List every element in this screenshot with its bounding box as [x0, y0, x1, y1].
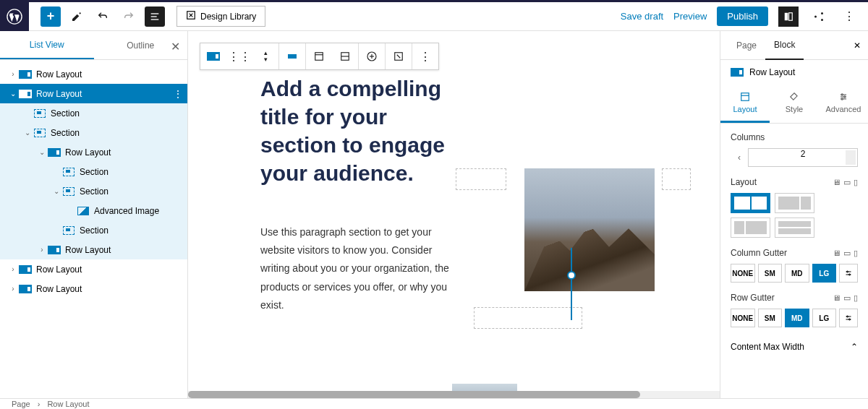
chevron-icon[interactable]: ›	[36, 246, 48, 254]
placeholder-box[interactable]	[456, 168, 506, 190]
tree-item-section[interactable]: ⌄Section	[0, 123, 187, 142]
view-toggle-icon[interactable]	[778, 7, 799, 27]
layout-label: Layout	[731, 177, 757, 187]
row-layout-icon	[731, 68, 744, 77]
editor-canvas[interactable]: ⋮⋮ ▴▾ ⋮ Add a compelling title for your …	[188, 31, 720, 398]
list-view-toggle-icon[interactable]	[145, 7, 165, 27]
gutter-option-lg[interactable]: LG	[812, 309, 837, 327]
align-full-icon[interactable]	[279, 43, 305, 69]
tree-item-label: Row Layout	[65, 147, 111, 158]
tree-item-row[interactable]: ›Row Layout	[0, 64, 187, 84]
breadcrumb: Page › Row Layout	[0, 398, 868, 409]
subtab-style[interactable]: Style	[770, 85, 819, 123]
redo-icon[interactable]	[119, 7, 139, 27]
block-type-icon[interactable]	[200, 43, 226, 69]
chevron-icon[interactable]: ⌄	[7, 90, 19, 98]
chevron-icon[interactable]: ›	[7, 265, 19, 273]
edit-icon[interactable]	[67, 7, 87, 27]
mobile-icon[interactable]: ▯	[854, 178, 858, 187]
preview-link[interactable]: Preview	[673, 11, 707, 22]
gutter-option-md[interactable]: MD	[785, 309, 809, 327]
section-heading[interactable]: Add a compelling title for your section …	[260, 74, 454, 187]
desktop-icon[interactable]: 🖥	[833, 293, 841, 303]
section-icon	[62, 225, 75, 236]
svg-point-0	[7, 9, 22, 23]
gutter-option-md[interactable]: MD	[785, 264, 809, 283]
gutter-option-sm[interactable]: SM	[758, 309, 783, 327]
valign-top-icon[interactable]	[306, 43, 332, 69]
gutter-option-sm[interactable]: SM	[758, 264, 783, 283]
tree-item-row[interactable]: ⌄Row Layout	[0, 142, 187, 162]
mobile-icon[interactable]: ▯	[854, 293, 858, 303]
chevron-icon[interactable]: ⌄	[36, 148, 48, 156]
tree-item-row[interactable]: ›Row Layout	[0, 259, 187, 279]
tablet-icon[interactable]: ▭	[843, 293, 851, 303]
gutter-custom-icon[interactable]	[839, 309, 858, 327]
close-panel-icon[interactable]: ✕	[171, 40, 180, 53]
publish-button[interactable]: Publish	[717, 7, 768, 26]
valign-middle-icon[interactable]	[332, 43, 358, 69]
tab-block[interactable]: Block	[765, 31, 804, 60]
block-more-icon[interactable]: ⋮	[412, 43, 438, 69]
layout-option-equal[interactable]	[731, 193, 770, 213]
close-settings-icon[interactable]: ✕	[854, 40, 861, 51]
tab-list-view[interactable]: List View	[0, 31, 94, 59]
tree-item-row[interactable]: ⌄Row Layout⋮	[0, 84, 187, 103]
breadcrumb-page[interactable]: Page	[12, 400, 30, 408]
save-draft-link[interactable]: Save draft	[621, 11, 663, 22]
subtab-advanced[interactable]: Advanced	[819, 85, 868, 123]
row-layout-icon	[19, 69, 32, 79]
layout-option-left-wide[interactable]	[775, 193, 814, 213]
design-library-button[interactable]: Design Library	[176, 6, 265, 27]
layout-option-right-wide[interactable]	[731, 218, 770, 238]
columns-input[interactable]: 2	[748, 148, 858, 167]
desktop-icon[interactable]: 🖥	[833, 178, 841, 187]
gutter-option-lg[interactable]: LG	[812, 264, 837, 283]
section-paragraph[interactable]: Use this paragraph section to get your w…	[260, 223, 454, 314]
tablet-icon[interactable]: ▭	[843, 178, 851, 187]
columns-decrease[interactable]: ‹	[731, 148, 748, 167]
advanced-image[interactable]	[524, 168, 655, 291]
placeholder-box[interactable]	[662, 168, 691, 190]
more-options-icon[interactable]: ⋮	[839, 7, 859, 27]
chevron-icon[interactable]: ›	[7, 285, 19, 293]
wordpress-logo[interactable]	[0, 2, 29, 31]
settings-toggle-icon[interactable]	[809, 7, 829, 27]
gutter-option-none[interactable]: NONE	[731, 264, 755, 283]
tree-item-row[interactable]: ›Row Layout	[0, 240, 187, 259]
tablet-icon[interactable]: ▭	[843, 249, 851, 258]
undo-icon[interactable]	[93, 7, 113, 27]
columns-spinner[interactable]	[846, 150, 856, 165]
chevron-icon[interactable]: ⌄	[22, 129, 33, 137]
tree-item-label: Advanced Image	[94, 206, 159, 216]
chevron-icon[interactable]: ⌄	[51, 187, 62, 195]
content-max-width-toggle[interactable]: Content Max Width ⌃	[731, 337, 858, 356]
tree-item-section[interactable]: Section	[0, 103, 187, 123]
layout-option-stacked[interactable]	[775, 218, 814, 238]
gutter-custom-icon[interactable]	[839, 264, 858, 283]
edit-layout-icon[interactable]	[386, 43, 412, 69]
drag-handle-icon[interactable]: ⋮⋮	[226, 43, 252, 69]
row-layout-icon	[19, 89, 32, 99]
gutter-option-none[interactable]: NONE	[731, 309, 755, 327]
design-library-icon	[186, 10, 196, 22]
add-column-icon[interactable]	[359, 43, 385, 69]
tree-item-section[interactable]: Section	[0, 162, 187, 181]
mobile-icon[interactable]: ▯	[854, 249, 858, 258]
tree-item-row[interactable]: ›Row Layout	[0, 279, 187, 298]
tree-item-section[interactable]: Section	[0, 220, 187, 240]
tree-item-more-icon[interactable]: ⋮	[173, 88, 183, 100]
tab-page[interactable]: Page	[728, 31, 765, 60]
tree-item-section[interactable]: ⌄Section	[0, 181, 187, 201]
placeholder-box[interactable]	[474, 307, 582, 329]
subtab-layout[interactable]: Layout	[720, 85, 770, 123]
insertion-handle[interactable]	[567, 271, 576, 280]
add-block-button[interactable]: +	[41, 7, 61, 27]
horizontal-scrollbar[interactable]	[188, 391, 720, 398]
desktop-icon[interactable]: 🖥	[833, 249, 841, 258]
move-up-down-icon[interactable]: ▴▾	[252, 43, 278, 69]
chevron-icon[interactable]: ›	[7, 70, 19, 78]
breadcrumb-block[interactable]: Row Layout	[47, 400, 89, 408]
columns-label: Columns	[731, 132, 858, 142]
tree-item-image[interactable]: Advanced Image	[0, 201, 187, 220]
